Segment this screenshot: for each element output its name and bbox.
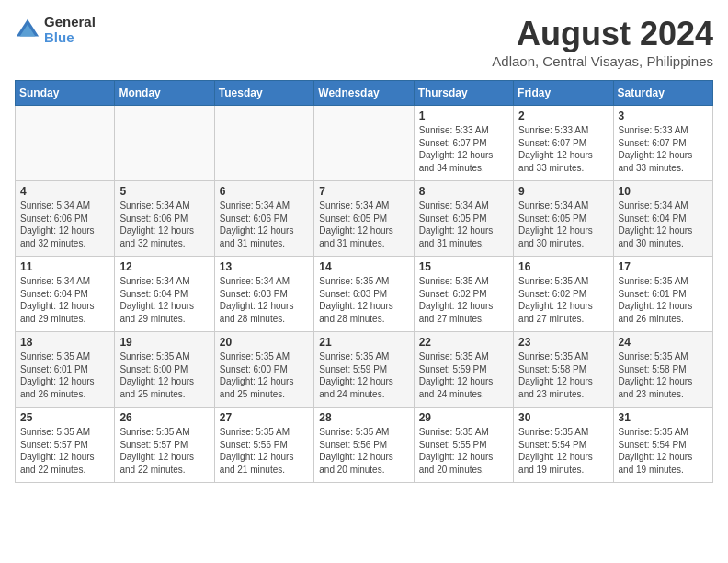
day-number: 13	[220, 260, 309, 273]
day-number: 19	[119, 336, 209, 349]
calendar-cell: 19Sunrise: 5:35 AM Sunset: 6:00 PM Dayli…	[115, 332, 214, 408]
day-info: Sunrise: 5:35 AM Sunset: 5:56 PM Dayligh…	[220, 426, 309, 476]
day-info: Sunrise: 5:34 AM Sunset: 6:06 PM Dayligh…	[220, 200, 309, 249]
day-info: Sunrise: 5:34 AM Sunset: 6:03 PM Dayligh…	[220, 275, 309, 325]
calendar-cell: 13Sunrise: 5:34 AM Sunset: 6:03 PM Dayli…	[214, 257, 313, 332]
day-number: 17	[619, 260, 708, 273]
calendar-week-row: 25Sunrise: 5:35 AM Sunset: 5:57 PM Dayli…	[16, 408, 713, 483]
calendar-cell: 11Sunrise: 5:34 AM Sunset: 6:04 PM Dayli…	[16, 257, 115, 332]
day-number: 26	[119, 411, 209, 424]
calendar-cell: 30Sunrise: 5:35 AM Sunset: 5:54 PM Dayli…	[514, 408, 613, 483]
logo-blue-text: Blue	[44, 30, 96, 46]
day-info: Sunrise: 5:35 AM Sunset: 5:58 PM Dayligh…	[518, 350, 608, 400]
month-title: August 2024	[492, 15, 713, 53]
day-number: 15	[419, 260, 508, 273]
day-number: 14	[319, 260, 408, 273]
day-number: 25	[20, 411, 109, 424]
day-number: 9	[518, 185, 608, 198]
day-info: Sunrise: 5:35 AM Sunset: 6:00 PM Dayligh…	[119, 350, 209, 400]
day-info: Sunrise: 5:34 AM Sunset: 6:05 PM Dayligh…	[319, 200, 408, 249]
calendar-table: SundayMondayTuesdayWednesdayThursdayFrid…	[15, 80, 713, 483]
day-number: 18	[20, 336, 109, 349]
day-number: 6	[220, 185, 309, 198]
calendar-cell: 2Sunrise: 5:33 AM Sunset: 6:07 PM Daylig…	[514, 106, 613, 181]
calendar-cell: 16Sunrise: 5:35 AM Sunset: 6:02 PM Dayli…	[514, 257, 613, 332]
day-info: Sunrise: 5:35 AM Sunset: 6:03 PM Dayligh…	[319, 275, 408, 325]
calendar-cell: 5Sunrise: 5:34 AM Sunset: 6:06 PM Daylig…	[115, 181, 214, 257]
day-info: Sunrise: 5:35 AM Sunset: 5:59 PM Dayligh…	[319, 350, 408, 400]
calendar-day-header: Thursday	[414, 81, 513, 106]
calendar-cell: 17Sunrise: 5:35 AM Sunset: 6:01 PM Dayli…	[613, 257, 712, 332]
calendar-cell: 23Sunrise: 5:35 AM Sunset: 5:58 PM Dayli…	[514, 332, 613, 408]
calendar-cell: 8Sunrise: 5:34 AM Sunset: 6:05 PM Daylig…	[414, 181, 513, 257]
calendar-day-header: Friday	[514, 81, 613, 106]
day-number: 7	[319, 185, 408, 198]
day-info: Sunrise: 5:35 AM Sunset: 5:58 PM Dayligh…	[619, 350, 708, 400]
calendar-cell: 1Sunrise: 5:33 AM Sunset: 6:07 PM Daylig…	[414, 106, 513, 181]
day-info: Sunrise: 5:35 AM Sunset: 6:02 PM Dayligh…	[518, 275, 608, 325]
day-info: Sunrise: 5:33 AM Sunset: 6:07 PM Dayligh…	[419, 124, 508, 174]
calendar-cell: 18Sunrise: 5:35 AM Sunset: 6:01 PM Dayli…	[16, 332, 115, 408]
calendar-cell: 7Sunrise: 5:34 AM Sunset: 6:05 PM Daylig…	[314, 181, 414, 257]
calendar-week-row: 1Sunrise: 5:33 AM Sunset: 6:07 PM Daylig…	[16, 106, 713, 181]
day-info: Sunrise: 5:33 AM Sunset: 6:07 PM Dayligh…	[619, 124, 708, 174]
day-info: Sunrise: 5:34 AM Sunset: 6:04 PM Dayligh…	[20, 275, 109, 325]
calendar-cell	[16, 106, 115, 181]
title-block: August 2024 Adlaon, Central Visayas, Phi…	[492, 15, 713, 69]
logo: General Blue	[15, 15, 96, 45]
day-number: 21	[319, 336, 408, 349]
day-info: Sunrise: 5:35 AM Sunset: 5:59 PM Dayligh…	[419, 350, 508, 400]
calendar-cell: 4Sunrise: 5:34 AM Sunset: 6:06 PM Daylig…	[16, 181, 115, 257]
day-info: Sunrise: 5:33 AM Sunset: 6:07 PM Dayligh…	[518, 124, 608, 174]
calendar-cell: 21Sunrise: 5:35 AM Sunset: 5:59 PM Dayli…	[314, 332, 414, 408]
day-info: Sunrise: 5:34 AM Sunset: 6:04 PM Dayligh…	[619, 200, 708, 249]
day-number: 20	[220, 336, 309, 349]
calendar-day-header: Saturday	[613, 81, 712, 106]
day-number: 22	[419, 336, 508, 349]
day-info: Sunrise: 5:35 AM Sunset: 5:57 PM Dayligh…	[20, 426, 109, 476]
day-number: 1	[419, 109, 508, 122]
day-info: Sunrise: 5:35 AM Sunset: 6:00 PM Dayligh…	[220, 350, 309, 400]
day-number: 3	[619, 109, 708, 122]
day-number: 24	[619, 336, 708, 349]
day-info: Sunrise: 5:35 AM Sunset: 5:54 PM Dayligh…	[518, 426, 608, 476]
day-number: 23	[518, 336, 608, 349]
calendar-cell: 20Sunrise: 5:35 AM Sunset: 6:00 PM Dayli…	[214, 332, 313, 408]
calendar-header: SundayMondayTuesdayWednesdayThursdayFrid…	[16, 81, 713, 106]
day-number: 16	[518, 260, 608, 273]
day-info: Sunrise: 5:35 AM Sunset: 6:02 PM Dayligh…	[419, 275, 508, 325]
day-number: 2	[518, 109, 608, 122]
calendar-day-header: Tuesday	[214, 81, 313, 106]
calendar-cell: 10Sunrise: 5:34 AM Sunset: 6:04 PM Dayli…	[613, 181, 712, 257]
day-info: Sunrise: 5:34 AM Sunset: 6:06 PM Dayligh…	[20, 200, 109, 249]
day-info: Sunrise: 5:35 AM Sunset: 5:55 PM Dayligh…	[419, 426, 508, 476]
calendar-cell: 14Sunrise: 5:35 AM Sunset: 6:03 PM Dayli…	[314, 257, 414, 332]
calendar-cell: 6Sunrise: 5:34 AM Sunset: 6:06 PM Daylig…	[214, 181, 313, 257]
day-info: Sunrise: 5:34 AM Sunset: 6:06 PM Dayligh…	[119, 200, 209, 249]
day-number: 4	[20, 185, 109, 198]
day-number: 10	[619, 185, 708, 198]
day-info: Sunrise: 5:34 AM Sunset: 6:05 PM Dayligh…	[419, 200, 508, 249]
day-info: Sunrise: 5:34 AM Sunset: 6:04 PM Dayligh…	[119, 275, 209, 325]
day-info: Sunrise: 5:35 AM Sunset: 6:01 PM Dayligh…	[20, 350, 109, 400]
day-number: 12	[119, 260, 209, 273]
calendar-cell: 3Sunrise: 5:33 AM Sunset: 6:07 PM Daylig…	[613, 106, 712, 181]
calendar-week-row: 4Sunrise: 5:34 AM Sunset: 6:06 PM Daylig…	[16, 181, 713, 257]
calendar-day-header: Sunday	[16, 81, 115, 106]
day-info: Sunrise: 5:35 AM Sunset: 6:01 PM Dayligh…	[619, 275, 708, 325]
calendar-cell: 24Sunrise: 5:35 AM Sunset: 5:58 PM Dayli…	[613, 332, 712, 408]
day-info: Sunrise: 5:35 AM Sunset: 5:57 PM Dayligh…	[119, 426, 209, 476]
calendar-cell: 28Sunrise: 5:35 AM Sunset: 5:56 PM Dayli…	[314, 408, 414, 483]
calendar-day-header: Wednesday	[314, 81, 414, 106]
calendar-cell: 25Sunrise: 5:35 AM Sunset: 5:57 PM Dayli…	[16, 408, 115, 483]
calendar-week-row: 11Sunrise: 5:34 AM Sunset: 6:04 PM Dayli…	[16, 257, 713, 332]
calendar-cell	[115, 106, 214, 181]
calendar-cell: 26Sunrise: 5:35 AM Sunset: 5:57 PM Dayli…	[115, 408, 214, 483]
day-number: 27	[220, 411, 309, 424]
page-header: General Blue August 2024 Adlaon, Central…	[15, 15, 713, 69]
calendar-cell: 29Sunrise: 5:35 AM Sunset: 5:55 PM Dayli…	[414, 408, 513, 483]
day-number: 11	[20, 260, 109, 273]
calendar-cell: 31Sunrise: 5:35 AM Sunset: 5:54 PM Dayli…	[613, 408, 712, 483]
location: Adlaon, Central Visayas, Philippines	[492, 53, 713, 69]
calendar-cell: 12Sunrise: 5:34 AM Sunset: 6:04 PM Dayli…	[115, 257, 214, 332]
